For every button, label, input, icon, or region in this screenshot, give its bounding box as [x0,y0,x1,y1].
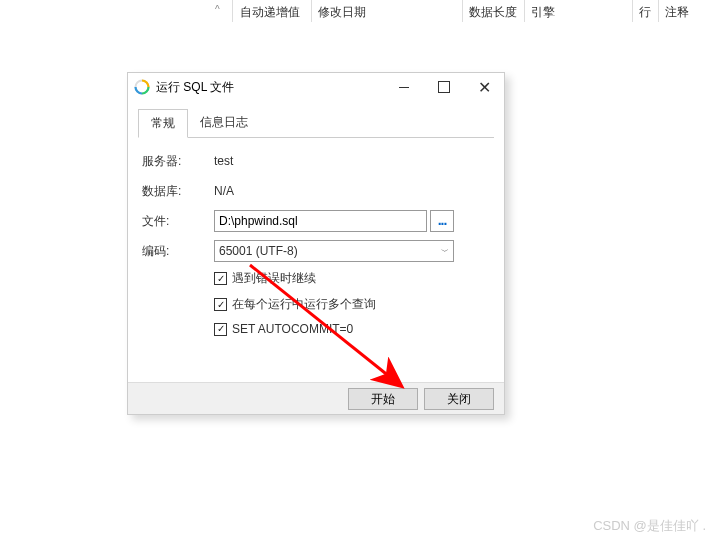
file-input[interactable] [214,210,427,232]
check-multi-row[interactable]: ✓ 在每个运行中运行多个查询 [142,296,490,313]
value-server: test [214,154,490,168]
tab-log[interactable]: 信息日志 [188,109,260,137]
watermark: CSDN @是佳佳吖 . [593,517,706,535]
titlebar: 运行 SQL 文件 ✕ [128,73,504,101]
col-mod-date[interactable]: 修改日期 [318,4,366,21]
check-autocommit-row[interactable]: ✓ SET AUTOCOMMIT=0 [142,322,490,336]
tabs: 常规 信息日志 [138,109,494,138]
tab-general[interactable]: 常规 [138,109,188,138]
label-encoding: 编码: [142,243,214,260]
label-database: 数据库: [142,183,214,200]
check-multi-label: 在每个运行中运行多个查询 [232,296,376,313]
encoding-select[interactable]: 65001 (UTF-8) ﹀ [214,240,454,262]
check-autocommit-label: SET AUTOCOMMIT=0 [232,322,353,336]
dialog-footer: 开始 关闭 [128,382,504,414]
app-icon [134,79,150,95]
check-continue-label: 遇到错误时继续 [232,270,316,287]
encoding-value: 65001 (UTF-8) [219,244,298,258]
chevron-down-icon: ﹀ [441,246,449,257]
maximize-button[interactable] [424,73,464,101]
form-area: 服务器: test 数据库: N/A 文件: ... 编码: 65001 (UT… [128,138,504,357]
col-auto-inc[interactable]: 自动递增值 [240,4,300,21]
close-window-button[interactable]: ✕ [464,73,504,101]
col-engine[interactable]: 引擎 [531,4,555,21]
checkbox-multi[interactable]: ✓ [214,298,227,311]
bg-columns-header: ^ 自动递增值 修改日期 数据长度 引擎 行 注释 [0,0,728,24]
dialog-title: 运行 SQL 文件 [156,79,384,96]
col-comment[interactable]: 注释 [665,4,689,21]
label-server: 服务器: [142,153,214,170]
browse-button[interactable]: ... [430,210,454,232]
value-database: N/A [214,184,490,198]
sort-caret-icon: ^ [215,4,220,15]
check-continue-row[interactable]: ✓ 遇到错误时继续 [142,270,490,287]
minimize-button[interactable] [384,73,424,101]
checkbox-autocommit[interactable]: ✓ [214,323,227,336]
col-rows[interactable]: 行 [639,4,651,21]
close-button[interactable]: 关闭 [424,388,494,410]
col-data-len[interactable]: 数据长度 [469,4,517,21]
start-button[interactable]: 开始 [348,388,418,410]
checkbox-continue[interactable]: ✓ [214,272,227,285]
run-sql-dialog: 运行 SQL 文件 ✕ 常规 信息日志 服务器: test 数据库: N/A 文… [127,72,505,415]
label-file: 文件: [142,213,214,230]
